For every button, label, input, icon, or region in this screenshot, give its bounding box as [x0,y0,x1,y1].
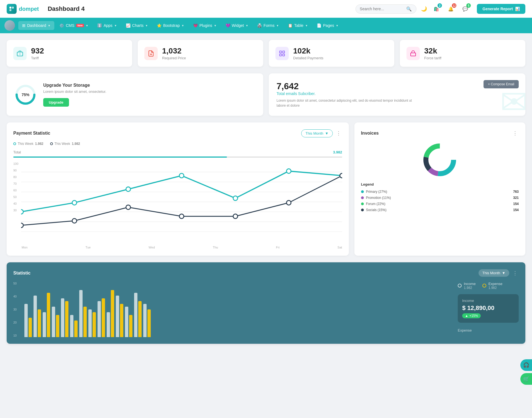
bar-white-13 [134,293,137,337]
upgrade-label: Upgrade [49,100,63,104]
promotion-value: 321 [513,196,519,200]
forum-value: 154 [513,202,519,206]
bar-white-12 [125,307,128,337]
statistic-title: Statistic [13,271,30,276]
nav-item-forms[interactable]: 🖨️ Forms ▼ [253,21,283,30]
search-bar[interactable]: 🔍 [355,4,416,14]
nav-label-plugins: Plugins [200,23,212,28]
y-axis: 100 90 80 70 60 50 40 30 [13,162,21,212]
grid-icon: ⊞ [22,23,25,28]
payment-progress-fill [13,157,227,158]
theme-toggle[interactable]: 🌙 [421,6,427,12]
bar-yellow-3 [47,293,50,337]
svg-point-23 [126,187,131,191]
chevron-down-icon6: ▼ [214,24,217,27]
invoices-more-button[interactable]: ⋮ [511,129,519,137]
bar-white-11 [116,296,119,337]
chevron-down-icon4: ▼ [145,24,148,27]
search-input[interactable] [360,7,404,11]
nav-item-charts[interactable]: 📈 Charts ▼ [122,21,152,30]
briefcase-icon [13,47,27,60]
stat-label-force: Force tariff [424,56,441,60]
bar-yellow-8 [93,312,96,337]
building-icon [406,47,420,60]
storage-percent-label: 75% [22,93,29,97]
header-icons: 🌙 🛍️ 2 🔔 12 💬 5 Generate Report 📊 [421,4,525,14]
stat-value-tariff: 932 [31,47,44,55]
payment-filter-button[interactable]: This Month ▼ [301,129,332,137]
navbar: ⊞ Dashboard ▼ ⚙️ CMS New ▼ ℹ️ Apps ▼ 📈 C… [0,18,532,33]
upgrade-button[interactable]: Upgrade [43,98,69,107]
svg-rect-7 [280,51,282,53]
bar-yellow-6 [74,320,78,337]
legend-dot-dark [50,142,53,145]
statistic-controls: This Month ▼ ⋮ [479,269,519,277]
chat-icon-btn[interactable]: 💬 5 [460,4,470,14]
statistic-filter-button[interactable]: This Month ▼ [479,269,509,277]
chevron-down-icon-stat: ▼ [502,271,505,275]
line-chart-with-y: 100 90 80 70 60 50 40 30 [13,162,342,243]
income-legend-item: Income 1.982 [458,282,476,290]
svg-rect-10 [283,54,285,56]
bar-yellow-11 [120,304,123,337]
payment-statistic-card: Payment Statistic This Month ▼ ⋮ This We… [7,122,349,256]
expense-section-label: Expense [458,328,519,332]
printer-icon: 🖨️ [257,23,262,28]
nav-item-bootstrap[interactable]: ⭐ Bootstrap ▼ [153,21,188,30]
svg-point-33 [287,201,291,205]
star-icon: ⭐ [157,23,162,28]
nav-item-table[interactable]: 📋 Table ▼ [284,21,312,30]
bar-yellow-5 [65,301,68,337]
payment-controls: This Month ▼ ⋮ [301,129,342,137]
socials-dot [361,209,364,211]
x-label-mon: Mon [22,246,27,249]
header: dompet Dashboard 4 🔍 🌙 🛍️ 2 🔔 12 💬 5 Gen… [0,0,532,18]
nav-item-dashboard[interactable]: ⊞ Dashboard ▼ [18,21,54,30]
legend-dot-teal [13,142,16,145]
invoices-header: Invoices ⋮ [361,129,519,137]
logo[interactable]: dompet [7,4,39,14]
bar-group-4 [52,307,59,337]
nav-item-cms[interactable]: ⚙️ CMS New ▼ [55,21,92,30]
legend-socials: Socials (15%) 154 [361,207,519,213]
svg-rect-2 [9,9,11,11]
nav-label-bootstrap: Bootstrap [163,23,180,28]
bar-yellow-1 [29,318,32,337]
payment-more-button[interactable]: ⋮ [335,129,342,137]
svg-rect-8 [283,51,285,53]
bar-white-8 [88,309,92,337]
generate-report-button[interactable]: Generate Report 📊 [477,4,525,14]
new-badge: New [76,24,84,27]
widget-icon: 💜 [226,23,230,28]
legend-item-1: This Week 1.982 [13,142,44,146]
nav-item-plugins[interactable]: 💗 Plugins ▼ [189,21,221,30]
nav-item-pages[interactable]: 📄 Pages ▼ [313,21,342,30]
total-label: Total [13,150,21,154]
statistic-filter-label: This Month [482,271,500,275]
bar-chart-icon: 📊 [515,7,520,11]
stat-info-price: 1,032 Required Price [162,47,186,60]
bell-icon-btn[interactable]: 🔔 12 [446,4,456,14]
nav-item-widget[interactable]: 💜 Widget ▼ [222,21,252,30]
gear-icon: ⚙️ [59,23,64,28]
nav-item-apps[interactable]: ℹ️ Apps ▼ [93,21,121,30]
bar-yellow-13 [138,301,142,337]
legend-value-2: 1.982 [72,142,80,146]
chevron-down-icon8: ▼ [276,24,279,27]
search-icon: 🔍 [406,6,412,12]
income-box-amount: $ 12,890,00 [462,304,514,312]
legend-label-1: This Week [18,142,33,146]
bar-white-1 [24,304,28,337]
income-circle [458,284,462,288]
chat-badge: 5 [466,3,471,8]
nav-label-dashboard: Dashboard [27,23,46,28]
forum-label: Forum (22%) [366,202,511,206]
shopping-icon-btn[interactable]: 🛍️ 2 [431,4,441,14]
statistic-more-button[interactable]: ⋮ [511,269,519,277]
email-card: + Compose Email 7,642 Total emails Subcr… [269,73,525,116]
stat-card-force: 32k Force tariff [400,40,525,67]
svg-point-25 [233,196,237,200]
payment-filter-label: This Month [305,131,323,135]
income-info: Income 1.982 [464,282,476,290]
stat-right-panel: Income 1.982 Expense 1.982 Income $ [458,282,519,337]
